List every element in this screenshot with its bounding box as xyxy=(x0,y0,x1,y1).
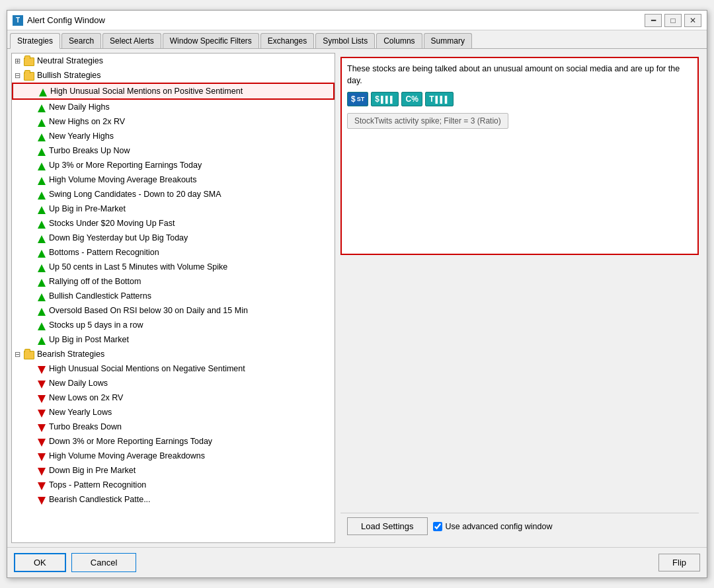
tree-item-up-big-post[interactable]: Up Big in Post Market xyxy=(12,332,335,347)
tree-item-bearish-candlestick[interactable]: Bearish Candlestick Patte... xyxy=(12,492,335,507)
tree-item-up-big-pre[interactable]: Up Big in Pre-Market xyxy=(12,202,335,216)
window-title: Alert Config Window xyxy=(27,15,105,25)
arrow-down-icon xyxy=(37,409,46,418)
svg-marker-7 xyxy=(38,192,46,200)
svg-marker-1 xyxy=(38,104,46,112)
folder-icon-bullish xyxy=(24,72,34,81)
tree-label-up-big-post: Up Big in Post Market xyxy=(49,333,129,346)
tab-window-filters[interactable]: Window Specific Filters xyxy=(163,33,259,48)
alert-config-window: T Alert Config Window ━ □ ✕ Strategies S… xyxy=(7,10,707,578)
tree-label-high-unusual: High Unusual Social Mentions on Positive… xyxy=(50,85,243,98)
arrow-up-icon xyxy=(37,220,46,229)
arrow-up-icon xyxy=(37,336,46,346)
tree-item-bullish[interactable]: ⊟ Bullish Strategies xyxy=(12,68,335,83)
svg-marker-24 xyxy=(38,453,46,461)
svg-marker-19 xyxy=(38,381,46,388)
svg-marker-2 xyxy=(38,119,46,127)
footer-bar: OK Cancel Flip xyxy=(7,547,707,577)
tree-item-stocks-5days[interactable]: Stocks up 5 days in a row xyxy=(12,318,335,332)
tree-item-new-daily-highs[interactable]: New Daily Highs xyxy=(12,100,335,114)
tree-item-high-unusual-neg[interactable]: High Unusual Social Mentions on Negative… xyxy=(12,361,335,376)
tree-item-high-volume-ma[interactable]: High Volume Moving Average Breakouts xyxy=(12,172,335,187)
flip-button[interactable]: Flip xyxy=(658,554,700,571)
arrow-up-icon xyxy=(37,133,46,142)
arrow-down-icon xyxy=(37,467,46,476)
svg-marker-14 xyxy=(38,293,46,301)
stocktwits-dollar-icon[interactable]: $ ST xyxy=(347,92,368,106)
tree-item-new-yearly-lows[interactable]: New Yearly Lows xyxy=(12,405,335,420)
arrow-up-icon xyxy=(37,191,46,200)
arrow-up-icon xyxy=(37,147,46,157)
tree-item-down-big-yesterday[interactable]: Down Big Yesterday but Up Big Today xyxy=(12,231,335,245)
price-bar-icon[interactable]: $ ▌▌▌ xyxy=(371,92,399,106)
tree-item-new-daily-lows[interactable]: New Daily Lows xyxy=(12,376,335,390)
tree-item-turbo-down[interactable]: Turbo Breaks Down xyxy=(12,420,335,434)
svg-marker-5 xyxy=(38,163,46,170)
tab-select-alerts[interactable]: Select Alerts xyxy=(102,33,161,48)
load-settings-button[interactable]: Load Settings xyxy=(347,517,428,535)
tree-label-new-lows-2x: New Lows on 2x RV xyxy=(49,391,123,404)
expand-bearish[interactable]: ⊟ xyxy=(15,348,22,361)
tree-item-neutral[interactable]: ⊞ Neutral Strategies xyxy=(12,54,335,68)
tab-columns[interactable]: Columns xyxy=(376,33,422,48)
maximize-button[interactable]: □ xyxy=(664,14,682,27)
svg-marker-27 xyxy=(38,497,46,505)
tree-item-new-yearly-highs[interactable]: New Yearly Highs xyxy=(12,129,335,143)
tree-item-tops-pattern[interactable]: Tops - Pattern Recognition xyxy=(12,478,335,492)
tree-label-new-daily-lows: New Daily Lows xyxy=(49,377,108,390)
arrow-up-icon xyxy=(38,88,48,97)
tree-item-stocks-under-20[interactable]: Stocks Under $20 Moving Up Fast xyxy=(12,216,335,231)
expand-neutral[interactable]: ⊞ xyxy=(15,54,22,67)
tree-label-bullish-candlestick: Bullish Candlestick Patterns xyxy=(49,289,151,303)
tree-label-stocks-under-20: Stocks Under $20 Moving Up Fast xyxy=(49,217,175,230)
strategy-tree[interactable]: ⊞ Neutral Strategies ⊟ Bullish Strategie… xyxy=(11,53,335,543)
tab-summary[interactable]: Summary xyxy=(424,33,472,48)
advanced-config-label: Use advanced config window xyxy=(446,522,553,531)
arrow-up-icon xyxy=(37,249,46,258)
tree-item-turbo-up[interactable]: Turbo Breaks Up Now xyxy=(12,143,335,158)
advanced-config-checkbox-area[interactable]: Use advanced config window xyxy=(433,522,553,531)
arrow-down-icon xyxy=(37,453,46,462)
minimize-button[interactable]: ━ xyxy=(645,14,662,27)
cancel-button[interactable]: Cancel xyxy=(71,553,136,572)
tab-symbol-lists[interactable]: Symbol Lists xyxy=(315,33,375,48)
advanced-config-checkbox[interactable] xyxy=(433,522,442,531)
tree-item-new-highs-2x[interactable]: New Highs on 2x RV xyxy=(12,114,335,129)
tree-label-down-3pct: Down 3% or More Reporting Earnings Today xyxy=(49,435,212,448)
svg-marker-26 xyxy=(38,482,46,490)
expand-bullish[interactable]: ⊟ xyxy=(15,69,22,82)
svg-marker-10 xyxy=(38,235,46,243)
ok-button[interactable]: OK xyxy=(14,553,66,572)
right-panel: These stocks are being talked about an u… xyxy=(335,53,703,543)
tree-item-up-3pct[interactable]: Up 3% or More Reporting Earnings Today xyxy=(12,158,335,172)
tree-label-bullish: Bullish Strategies xyxy=(37,69,101,82)
tab-search[interactable]: Search xyxy=(61,33,101,48)
arrow-up-icon xyxy=(37,293,46,302)
tree-item-bullish-candlestick[interactable]: Bullish Candlestick Patterns xyxy=(12,289,335,303)
arrow-up-icon xyxy=(37,205,46,215)
tree-item-down-big-pre[interactable]: Down Big in Pre Market xyxy=(12,463,335,478)
t-bar-icon[interactable]: T ▌▌▌ xyxy=(425,92,454,106)
tree-item-high-unusual[interactable]: High Unusual Social Mentions on Positive… xyxy=(12,83,335,100)
close-button[interactable]: ✕ xyxy=(684,14,701,27)
tree-item-down-3pct[interactable]: Down 3% or More Reporting Earnings Today xyxy=(12,434,335,449)
tree-item-swing-long[interactable]: Swing Long Candidates - Down to 20 day S… xyxy=(12,187,335,202)
svg-marker-11 xyxy=(38,250,46,258)
tree-item-oversold-rsi[interactable]: Oversold Based On RSI below 30 on Daily … xyxy=(12,303,335,318)
svg-marker-13 xyxy=(38,279,46,287)
tree-item-new-lows-2x[interactable]: New Lows on 2x RV xyxy=(12,390,335,405)
tree-item-high-volume-breakdown[interactable]: High Volume Moving Average Breakdowns xyxy=(12,449,335,463)
tree-label-neutral: Neutral Strategies xyxy=(37,54,103,67)
tree-label-new-yearly-highs: New Yearly Highs xyxy=(49,129,114,143)
tree-item-bearish[interactable]: ⊟ Bearish Strategies xyxy=(12,347,335,361)
tree-item-bottoms-pattern[interactable]: Bottoms - Pattern Recognition xyxy=(12,245,335,260)
tab-exchanges[interactable]: Exchanges xyxy=(260,33,314,48)
tab-strategies[interactable]: Strategies xyxy=(10,33,60,49)
arrow-up-icon xyxy=(37,264,46,273)
tree-label-bearish-candlestick: Bearish Candlestick Patte... xyxy=(49,493,151,506)
tree-item-up-50cents[interactable]: Up 50 cents in Last 5 Minutes with Volum… xyxy=(12,260,335,274)
pct-change-icon[interactable]: C% xyxy=(401,92,422,106)
svg-marker-18 xyxy=(38,366,46,374)
svg-marker-21 xyxy=(38,410,46,418)
tree-item-rallying-bottom[interactable]: Rallying off of the Bottom xyxy=(12,274,335,289)
